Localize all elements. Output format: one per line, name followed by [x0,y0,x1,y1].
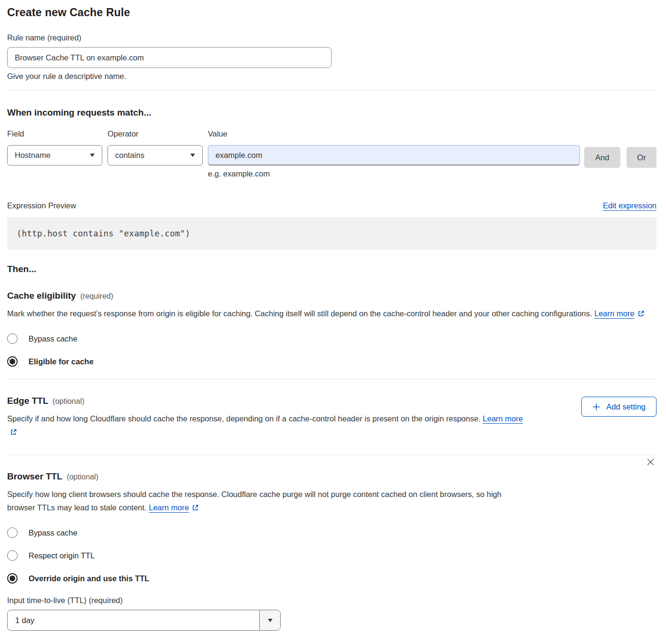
radio-eligible-for-cache[interactable]: Eligible for cache [7,356,656,367]
radio-label: Eligible for cache [29,357,94,366]
close-icon [646,457,656,467]
edge-ttl-title: Edge TTL [7,396,49,406]
expression-code-block: (http.host contains "example.com") [7,217,656,250]
match-row: Field Hostname Operator contains Value e… [7,129,656,178]
chevron-down-icon [268,619,273,622]
rule-name-label: Rule name (required) [7,33,656,42]
radio-bypass-cache[interactable]: Bypass cache [7,527,656,538]
edge-ttl-description: Specify if and how long Cloudflare shoul… [7,412,530,439]
then-heading: Then... [7,264,656,274]
radio-icon [7,527,18,538]
chevron-down-icon [190,154,195,157]
field-label: Field [7,129,102,138]
edit-expression-link[interactable]: Edit expression [603,201,656,210]
or-button[interactable]: Or [627,147,656,168]
field-select-value: Hostname [15,151,50,160]
rule-name-helper: Give your rule a descriptive name. [7,72,656,81]
expression-preview-label: Expression Preview [7,201,76,210]
optional-badge: (optional) [53,397,85,406]
learn-more-link[interactable]: Learn more [483,414,523,423]
external-link-icon [192,502,199,515]
add-setting-button[interactable]: Add setting [581,397,656,417]
expression-preview-row: Expression Preview Edit expression [7,201,656,210]
operator-select-value: contains [115,151,144,160]
radio-label: Override origin and use this TTL [29,574,149,583]
ttl-select[interactable]: 1 day [7,610,281,631]
radio-override-origin-ttl[interactable]: Override origin and use this TTL [7,573,656,584]
browser-ttl-title: Browser TTL [7,471,62,482]
section-divider [7,90,656,90]
operator-label: Operator [108,129,203,138]
ttl-select-value: 1 day [8,610,259,630]
optional-badge: (optional) [67,473,98,481]
external-link-icon [10,426,17,439]
chevron-down-icon [90,154,95,157]
learn-more-link[interactable]: Learn more [594,309,634,318]
and-button[interactable]: And [584,147,620,168]
page-title: Create new Cache Rule [7,6,656,19]
value-input[interactable] [208,145,580,166]
browser-ttl-section-header: Browser TTL (optional) Specify how long … [7,455,656,515]
browser-ttl-description: Specify how long client browsers should … [7,488,526,515]
cache-eligibility-title: Cache eligibility [7,291,76,301]
value-label: Value [208,129,580,138]
cache-eligibility-description: Mark whether the request’s response from… [7,307,656,321]
rule-name-input[interactable] [7,47,332,68]
ttl-select-arrow[interactable] [259,610,280,630]
learn-more-link[interactable]: Learn more [149,503,189,512]
value-helper: e.g. example.com [208,169,580,178]
match-heading: When incoming requests match... [7,107,656,118]
rule-name-section: Rule name (required) Give your rule a de… [7,33,656,81]
radio-icon [7,333,18,344]
browser-ttl-options: Bypass cache Respect origin TTL Override… [7,527,656,584]
cache-eligibility-options: Bypass cache Eligible for cache [7,333,656,367]
edge-ttl-section: Edge TTL (optional) Specify if and how l… [7,380,656,439]
radio-respect-origin-ttl[interactable]: Respect origin TTL [7,550,656,561]
ttl-input-label: Input time-to-live (TTL) (required) [7,596,656,605]
radio-icon [7,356,18,367]
radio-label: Bypass cache [29,334,78,343]
radio-bypass-cache[interactable]: Bypass cache [7,333,656,344]
remove-browser-ttl-button[interactable] [645,456,656,468]
radio-icon [7,550,18,561]
cache-eligibility-section: Cache eligibility (required) Mark whethe… [7,291,656,367]
radio-label: Bypass cache [29,528,78,537]
plus-icon [592,403,600,411]
radio-label: Respect origin TTL [29,551,95,560]
operator-select[interactable]: contains [108,145,203,166]
required-badge: (required) [80,292,113,301]
external-link-icon [637,308,645,321]
radio-icon [7,573,18,584]
field-select[interactable]: Hostname [7,145,102,166]
